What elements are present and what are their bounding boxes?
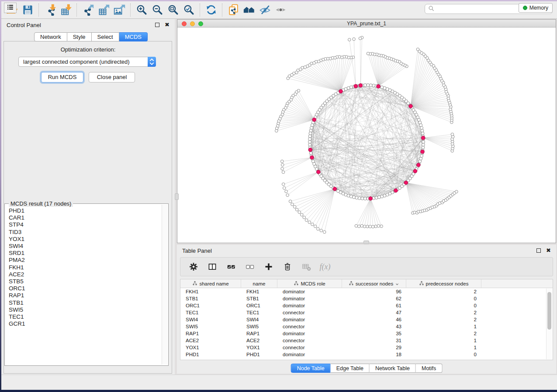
table-scrollbar[interactable] xyxy=(546,289,552,359)
mcds-result-item[interactable]: YOX1 xyxy=(9,236,161,243)
table-cell: SWI4 xyxy=(180,316,241,323)
table-row[interactable]: SWI4SWI4dominator462 xyxy=(180,316,553,323)
mcds-result-item[interactable]: ORC1 xyxy=(9,285,161,292)
table-row[interactable]: ACE2ACE2connector311 xyxy=(180,337,553,344)
tab-mcds[interactable]: MCDS xyxy=(119,32,148,41)
vertical-splitter-handle[interactable] xyxy=(175,193,179,200)
select-all-icon[interactable] xyxy=(226,261,236,272)
tab-node-table[interactable]: Node Table xyxy=(291,364,331,373)
table-cell: YOX1 xyxy=(241,344,277,351)
mcds-result-item[interactable]: STB5 xyxy=(9,278,161,285)
column-header-filler xyxy=(481,279,553,288)
close-icon[interactable]: ✖ xyxy=(165,23,170,27)
table-row[interactable]: PHD1PHD1dominator180 xyxy=(180,351,553,358)
mcds-result-item[interactable]: SRD1 xyxy=(9,250,161,257)
column-header-MCDS-role[interactable]: MCDS role xyxy=(277,279,342,288)
table-cell: connector xyxy=(277,309,342,316)
table-row[interactable]: FKH1FKH1dominator962 xyxy=(180,288,553,295)
trash-icon[interactable] xyxy=(282,261,293,272)
float-window-icon[interactable] xyxy=(536,248,541,253)
zoom-in-icon[interactable] xyxy=(134,3,149,17)
tab-network-table[interactable]: Network Table xyxy=(370,364,416,373)
table-row[interactable]: STB1STB1dominator620 xyxy=(180,295,553,302)
task-history-button[interactable] xyxy=(4,3,17,13)
zoom-fit-icon[interactable] xyxy=(165,3,181,17)
tab-style[interactable]: Style xyxy=(67,32,92,41)
tab-select[interactable]: Select xyxy=(92,32,119,41)
table-row[interactable]: SWI5SWI5connector431 xyxy=(180,323,553,330)
column-header-predecessor-nodes[interactable]: predecessor nodes xyxy=(406,279,481,288)
clone-network-icon[interactable] xyxy=(225,3,241,17)
table-scrollbar-thumb[interactable] xyxy=(547,292,551,330)
refresh-icon[interactable] xyxy=(203,3,219,17)
column-header-name[interactable]: name xyxy=(241,279,277,288)
run-mcds-button[interactable]: Run MCDS xyxy=(41,72,83,83)
close-icon[interactable]: ✖ xyxy=(546,248,551,253)
minimize-traffic-light[interactable] xyxy=(190,21,195,26)
maximize-traffic-light[interactable] xyxy=(198,21,203,26)
chevron-down-icon[interactable] xyxy=(395,282,399,286)
mcds-result-item[interactable]: STB1 xyxy=(9,299,161,306)
close-panel-button[interactable]: Close panel xyxy=(89,72,135,83)
table-row[interactable]: TEC1TEC1connector472 xyxy=(180,309,553,316)
network-canvas[interactable] xyxy=(177,28,556,243)
table-cell: dominator xyxy=(277,288,342,295)
mcds-result-item[interactable]: TID3 xyxy=(9,229,161,236)
import-network-icon[interactable] xyxy=(42,3,58,17)
float-window-icon[interactable] xyxy=(155,23,159,27)
table-cell: 1 xyxy=(406,344,481,351)
table-row[interactable]: ORC1ORC1dominator610 xyxy=(180,302,553,309)
table-cell: 47 xyxy=(342,309,406,316)
tab-motifs[interactable]: Motifs xyxy=(416,364,442,373)
list-icon xyxy=(7,3,14,13)
mcds-result-item[interactable]: GCR1 xyxy=(9,320,161,327)
eye-icon[interactable] xyxy=(273,3,288,17)
horizontal-splitter-handle[interactable] xyxy=(363,241,369,244)
export-image-icon[interactable] xyxy=(111,3,127,17)
export-table-icon[interactable] xyxy=(96,3,111,17)
column-header-successor-nodes[interactable]: successor nodes xyxy=(342,279,406,288)
table-cell: ACE2 xyxy=(180,337,241,344)
add-icon[interactable] xyxy=(263,261,274,272)
zoom-out-icon[interactable] xyxy=(149,3,165,17)
mcds-result-item[interactable]: PMA2 xyxy=(9,257,161,264)
deselect-all-icon[interactable] xyxy=(245,261,255,272)
tab-edge-table[interactable]: Edge Table xyxy=(331,364,370,373)
table-cell: 1 xyxy=(406,337,481,344)
mcds-result-item[interactable]: SWI5 xyxy=(9,306,161,313)
eye-slash-icon[interactable] xyxy=(257,3,273,17)
table-cell: ORC1 xyxy=(180,302,241,309)
mcds-result-item[interactable]: ACE2 xyxy=(9,271,161,278)
tab-network[interactable]: Network xyxy=(34,32,67,41)
mcds-result-item[interactable]: PHD1 xyxy=(9,207,161,214)
mcds-result-item[interactable]: CAR1 xyxy=(9,214,161,221)
columns-icon[interactable] xyxy=(207,261,218,272)
column-header-shared-name[interactable]: shared name xyxy=(180,279,241,288)
gear-icon[interactable] xyxy=(188,261,199,272)
optimization-criterion-label: Optimization criterion: xyxy=(1,46,175,53)
optimization-criterion-select[interactable]: largest connected component (undirected) xyxy=(18,57,156,67)
export-network-icon[interactable] xyxy=(80,3,96,17)
mcds-result-item[interactable]: SWI4 xyxy=(9,243,161,250)
import-table-icon[interactable] xyxy=(58,3,73,17)
network-window-titlebar[interactable]: YPA_prune.txt_1 xyxy=(177,20,556,28)
table-row[interactable]: RAP1RAP1dominator352 xyxy=(180,330,553,337)
table-cell: 0 xyxy=(406,302,481,309)
mcds-result-scrollbar[interactable] xyxy=(162,205,167,364)
table-cell: 31 xyxy=(342,337,406,344)
save-icon[interactable] xyxy=(20,3,35,17)
table-cell: 0 xyxy=(406,295,481,302)
mcds-result-item[interactable]: RAP1 xyxy=(9,292,161,299)
table-cell: 96 xyxy=(342,288,406,295)
home-network-icon[interactable] xyxy=(241,3,257,17)
table-cell: PHD1 xyxy=(180,351,241,358)
close-traffic-light[interactable] xyxy=(182,21,187,26)
mcds-result-item[interactable]: TEC1 xyxy=(9,313,161,320)
table-cell: ACE2 xyxy=(241,337,277,344)
control-panel-header: Control Panel ✖ xyxy=(1,19,175,31)
mcds-result-item[interactable]: STP4 xyxy=(9,221,161,228)
zoom-selected-icon[interactable] xyxy=(181,3,197,17)
memory-button[interactable]: Memory xyxy=(519,3,553,13)
table-row[interactable]: YOX1YOX1connector291 xyxy=(180,344,553,351)
mcds-result-item[interactable]: FKH1 xyxy=(9,264,161,271)
